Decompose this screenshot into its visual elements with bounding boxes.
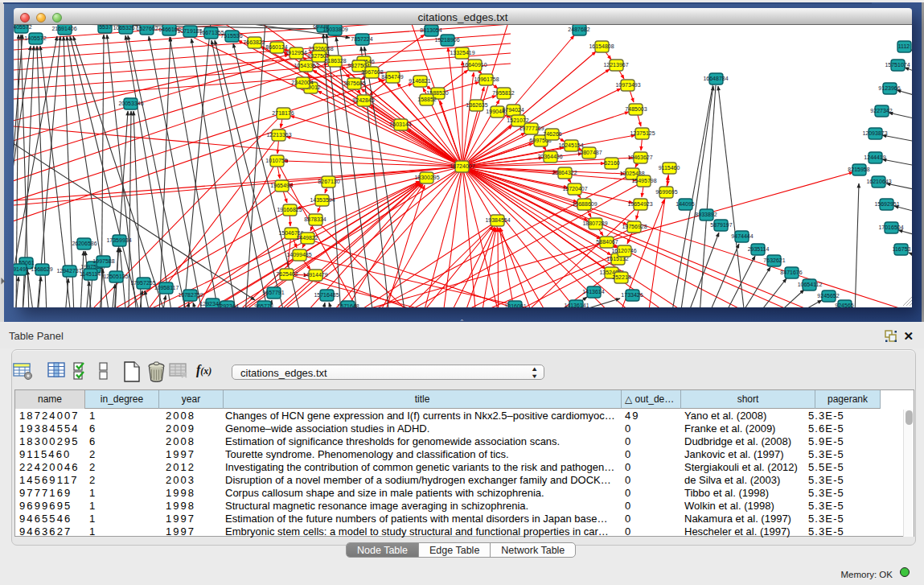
svg-text:2342004: 2342004	[291, 80, 313, 85]
svg-text:924565: 924565	[835, 303, 853, 307]
svg-text:144095: 144095	[676, 201, 694, 207]
svg-text:10543362: 10543362	[294, 63, 318, 68]
svg-text:2935114: 2935114	[748, 246, 770, 252]
svg-text:8813054: 8813054	[420, 27, 441, 33]
svg-text:16648784: 16648784	[703, 76, 728, 81]
svg-text:12942737: 12942737	[56, 268, 81, 274]
svg-text:19463627: 19463627	[627, 154, 652, 160]
svg-text:8267130: 8267130	[318, 179, 339, 184]
svg-text:16120746: 16120746	[611, 248, 636, 253]
svg-text:16033809: 16033809	[322, 27, 347, 32]
svg-text:9123966: 9123966	[878, 85, 900, 91]
svg-text:14353594: 14353594	[310, 197, 335, 203]
svg-text:3912954: 3912954	[285, 50, 306, 56]
svg-text:1292344: 1292344	[216, 303, 238, 307]
svg-text:19654923: 19654923	[627, 201, 652, 207]
svg-text:8215958: 8215958	[848, 167, 869, 172]
svg-text:62160: 62160	[604, 160, 620, 166]
svg-text:12213967: 12213967	[603, 62, 628, 68]
svg-text:8878334: 8878334	[304, 216, 326, 222]
svg-text:8454749: 8454749	[381, 74, 403, 80]
svg-text:9115460: 9115460	[659, 165, 680, 171]
svg-text:10688609: 10688609	[572, 201, 597, 207]
svg-text:15495798: 15495798	[631, 178, 656, 183]
svg-text:116753: 116753	[893, 246, 911, 252]
svg-text:5537: 5537	[99, 25, 112, 30]
svg-text:1571648: 1571648	[337, 303, 359, 307]
svg-text:7857224: 7857224	[351, 36, 372, 42]
svg-text:252214: 252214	[612, 274, 630, 280]
svg-text:19218906: 19218906	[434, 37, 459, 43]
svg-text:14099485: 14099485	[286, 252, 311, 257]
svg-text:17016504: 17016504	[878, 225, 903, 230]
svg-text:1449822: 1449822	[296, 235, 318, 241]
svg-text:15751074: 15751074	[885, 62, 910, 68]
svg-text:10961758: 10961758	[474, 76, 499, 82]
svg-text:1362635: 1362635	[466, 102, 487, 108]
svg-text:10654112: 10654112	[798, 282, 823, 287]
svg-text:9245652: 9245652	[817, 293, 839, 299]
svg-text:1244419: 1244419	[864, 154, 885, 160]
svg-text:26206586: 26206586	[72, 241, 97, 246]
svg-text:2718176: 2718176	[272, 110, 294, 116]
svg-text:7955812: 7955812	[492, 90, 514, 96]
svg-text:14136141: 14136141	[564, 303, 589, 307]
svg-text:965779: 965779	[254, 303, 273, 307]
svg-text:158852: 158852	[417, 97, 436, 102]
svg-text:21691406: 21691406	[51, 26, 76, 31]
svg-text:9657791: 9657791	[262, 290, 284, 295]
svg-text:5884067: 5884067	[596, 239, 618, 245]
svg-text:9242845: 9242845	[352, 97, 374, 103]
svg-text:7515536: 7515536	[220, 33, 242, 39]
svg-text:391491: 391491	[14, 266, 29, 272]
svg-text:8471676: 8471676	[780, 270, 802, 275]
svg-text:15692951: 15692951	[874, 201, 899, 207]
svg-text:16154808: 16154808	[589, 43, 614, 49]
svg-text:10807487: 10807487	[577, 150, 602, 155]
svg-text:1997588: 1997588	[92, 258, 114, 264]
svg-text:15720407: 15720407	[562, 186, 587, 192]
svg-text:9146821: 9146821	[409, 78, 430, 84]
svg-text:12375125: 12375125	[630, 130, 655, 136]
svg-text:3875685: 3875685	[343, 80, 365, 86]
svg-text:1405572: 1405572	[24, 35, 46, 41]
svg-text:17359934: 17359934	[106, 237, 131, 243]
svg-text:7485003: 7485003	[625, 106, 647, 112]
svg-text:16210643: 16210643	[866, 179, 891, 184]
svg-text:1965498: 1965498	[270, 183, 292, 188]
svg-text:7632621: 7632621	[763, 257, 785, 263]
svg-text:12505135: 12505135	[103, 274, 128, 279]
svg-text:5879197: 5879197	[710, 222, 732, 228]
svg-text:20364436: 20364436	[537, 154, 562, 159]
svg-text:10782759: 10782759	[178, 292, 203, 298]
svg-text:1413614: 1413614	[582, 289, 604, 295]
svg-text:18300295: 18300295	[414, 175, 439, 180]
svg-text:15716485: 15716485	[314, 292, 339, 298]
svg-text:1010755: 1010755	[265, 158, 287, 163]
svg-text:17957255: 17957255	[130, 280, 155, 286]
svg-text:19777169: 19777169	[519, 126, 544, 131]
svg-text:1316081: 1316081	[504, 303, 526, 307]
svg-text:2603144: 2603144	[389, 122, 411, 127]
svg-text:2487682: 2487682	[568, 27, 589, 32]
svg-text:1112: 1112	[898, 43, 910, 49]
svg-text:8933892: 8933892	[695, 212, 717, 217]
svg-text:20864322: 20864322	[552, 170, 577, 175]
svg-text:2967608: 2967608	[361, 69, 383, 75]
svg-text:1145114: 1145114	[80, 271, 101, 277]
svg-text:19756928: 19756928	[622, 224, 647, 229]
svg-text:20053346: 20053346	[118, 101, 143, 106]
svg-text:1405572: 1405572	[14, 25, 32, 30]
svg-text:9227342: 9227342	[870, 108, 892, 113]
svg-text:13325419: 13325419	[450, 50, 474, 56]
svg-text:9474444: 9474444	[731, 233, 753, 239]
svg-text:1527602: 1527602	[136, 26, 158, 31]
svg-text:10958117: 10958117	[154, 285, 179, 290]
svg-text:1521072: 1521072	[507, 117, 528, 123]
svg-text:18807289: 18807289	[582, 220, 607, 226]
svg-text:7663822: 7663822	[243, 39, 265, 45]
svg-text:9699695: 9699695	[655, 189, 677, 195]
svg-text:1733426: 1733426	[621, 292, 643, 298]
svg-text:16245154: 16245154	[558, 142, 583, 148]
svg-text:14914479: 14914479	[302, 272, 327, 278]
